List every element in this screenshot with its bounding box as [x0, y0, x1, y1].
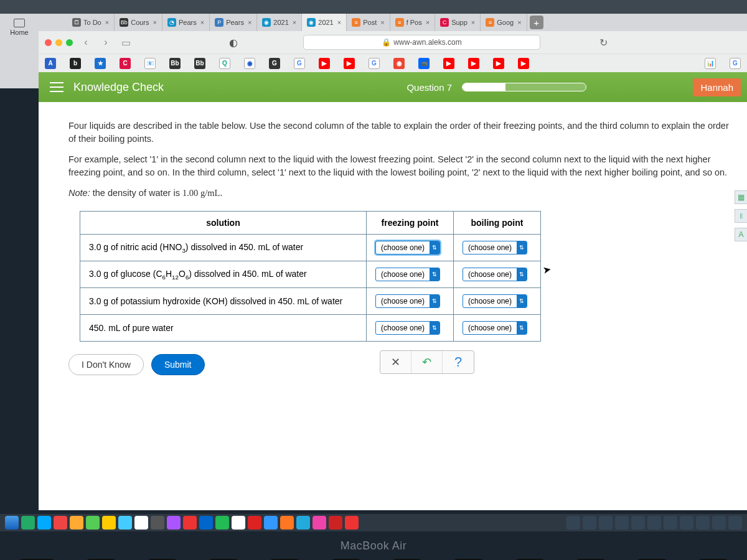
bookmark-icon[interactable]: A [45, 58, 56, 69]
dock-app-icon[interactable] [583, 516, 596, 530]
calculator-icon[interactable]: ▦ [735, 190, 747, 204]
dock-app-icon[interactable] [712, 516, 726, 530]
close-icon[interactable]: × [471, 19, 475, 26]
dock-app-icon[interactable] [199, 516, 213, 530]
close-icon[interactable]: × [517, 19, 521, 26]
tab-course[interactable]: BbCours× [115, 14, 162, 31]
bookmark-icon[interactable]: Bb [194, 58, 205, 69]
dock-trash-icon[interactable] [728, 516, 742, 530]
dock-app-icon[interactable] [312, 516, 326, 530]
close-icon[interactable]: × [200, 19, 204, 26]
dock-app-icon[interactable] [86, 516, 100, 530]
dock-app-icon[interactable] [134, 516, 148, 530]
boiling-select[interactable]: (choose one)⇅ [463, 321, 527, 335]
close-icon[interactable]: × [293, 19, 296, 26]
bookmark-icon[interactable]: 📊 [705, 58, 716, 69]
reload-button[interactable]: ↻ [596, 35, 610, 49]
dock-app-icon[interactable] [167, 516, 181, 530]
close-icon[interactable]: × [153, 19, 157, 26]
undo-button[interactable]: ↶ [411, 351, 443, 373]
dock-app-icon[interactable] [264, 516, 278, 530]
dock-app-icon[interactable] [248, 516, 261, 530]
dock-app-icon[interactable] [54, 516, 67, 530]
home-icon[interactable] [14, 19, 25, 27]
dock-app-icon[interactable] [215, 516, 229, 530]
forward-button[interactable]: › [99, 35, 113, 49]
bookmark-icon[interactable]: 📹 [418, 58, 430, 69]
boiling-select[interactable]: (choose one)⇅ [463, 268, 527, 281]
close-window-icon[interactable] [45, 39, 52, 46]
bookmark-icon[interactable]: ▶ [344, 58, 355, 69]
dock-app-icon[interactable] [615, 516, 629, 530]
close-icon[interactable]: × [105, 19, 109, 26]
close-icon[interactable]: × [380, 19, 384, 26]
dock-app-icon[interactable] [37, 516, 51, 530]
dock-app-icon[interactable] [680, 516, 693, 530]
privacy-shield-icon[interactable]: ◐ [226, 35, 241, 50]
periodic-table-icon[interactable]: ⫴ [735, 209, 747, 223]
bookmark-icon[interactable]: ▶ [443, 58, 454, 69]
dock-app-icon[interactable] [696, 516, 710, 530]
bookmark-icon[interactable]: ▶ [319, 58, 330, 69]
freezing-select[interactable]: (choose one)⇅ [375, 241, 440, 254]
tab-2021b-active[interactable]: ◉2021× [302, 14, 347, 31]
dock-app-icon[interactable] [280, 516, 294, 530]
freezing-select[interactable]: (choose one)⇅ [375, 294, 440, 308]
dock-finder-icon[interactable] [5, 516, 19, 530]
help-button[interactable]: ? [443, 351, 474, 373]
tab-goog[interactable]: ≡Goog× [481, 14, 527, 31]
bookmark-icon[interactable]: Q [219, 58, 230, 69]
freezing-select[interactable]: (choose one)⇅ [375, 268, 440, 281]
freezing-select[interactable]: (choose one)⇅ [375, 321, 440, 335]
dock-app-icon[interactable] [566, 516, 580, 530]
bookmark-icon[interactable]: G [730, 58, 741, 69]
tab-2021a[interactable]: ◉2021× [257, 14, 302, 31]
bookmark-icon[interactable]: ◉ [244, 58, 255, 69]
address-bar[interactable]: 🔒 www-awn.aleks.com [303, 35, 540, 50]
bookmark-icon[interactable]: 📧 [144, 58, 156, 69]
bookmark-icon[interactable]: ◉ [393, 58, 405, 69]
dock-app-icon[interactable] [647, 516, 661, 530]
bookmark-icon[interactable]: C [120, 58, 131, 69]
close-icon[interactable]: × [248, 19, 251, 26]
dock-app-icon[interactable] [70, 516, 83, 530]
bookmark-icon[interactable]: ▶ [493, 58, 504, 69]
bookmark-icon[interactable]: ★ [95, 58, 106, 69]
bookmark-icon[interactable]: ▶ [518, 58, 529, 69]
tab-post[interactable]: ≡Post× [347, 14, 390, 31]
dock-app-icon[interactable] [296, 516, 310, 530]
dock-app-icon[interactable] [118, 516, 132, 530]
dock-app-icon[interactable] [345, 516, 359, 530]
new-tab-button[interactable]: + [530, 16, 543, 29]
i-dont-know-button[interactable]: I Don't Know [68, 354, 144, 375]
reset-button[interactable]: ✕ [380, 351, 411, 373]
menu-icon[interactable] [50, 82, 63, 92]
tab-supp[interactable]: CSupp× [435, 14, 481, 31]
dock-app-icon[interactable] [151, 516, 164, 530]
minimize-window-icon[interactable] [55, 39, 62, 46]
user-name-badge[interactable]: Hannah [693, 78, 741, 96]
dock-app-icon[interactable] [102, 516, 116, 530]
tab-fpos[interactable]: ≡f Pos× [390, 14, 436, 31]
close-icon[interactable]: × [426, 19, 430, 26]
boiling-select[interactable]: (choose one)⇅ [463, 241, 527, 254]
bookmark-icon[interactable]: G [294, 58, 305, 69]
dock-app-icon[interactable] [21, 516, 35, 530]
tab-pearson2[interactable]: PPears× [210, 14, 257, 31]
close-icon[interactable]: × [337, 19, 341, 26]
submit-button[interactable]: Submit [151, 354, 205, 375]
back-button[interactable]: ‹ [79, 35, 93, 49]
dock-app-icon[interactable] [232, 516, 245, 530]
boiling-select[interactable]: (choose one)⇅ [463, 294, 527, 308]
bookmark-icon[interactable]: G [269, 58, 280, 69]
dock-app-icon[interactable] [599, 516, 613, 530]
bookmark-icon[interactable]: Bb [169, 58, 181, 69]
bookmark-icon[interactable]: ▶ [468, 58, 479, 69]
dock-app-icon[interactable] [329, 516, 342, 530]
maximize-window-icon[interactable] [66, 39, 73, 46]
tab-todo[interactable]: 🗒To Do× [67, 14, 115, 31]
tab-pearson1[interactable]: ◔Pears× [162, 14, 210, 31]
dock-app-icon[interactable] [183, 516, 197, 530]
dock-app-icon[interactable] [664, 516, 677, 530]
bookmark-icon[interactable]: G [369, 58, 380, 69]
